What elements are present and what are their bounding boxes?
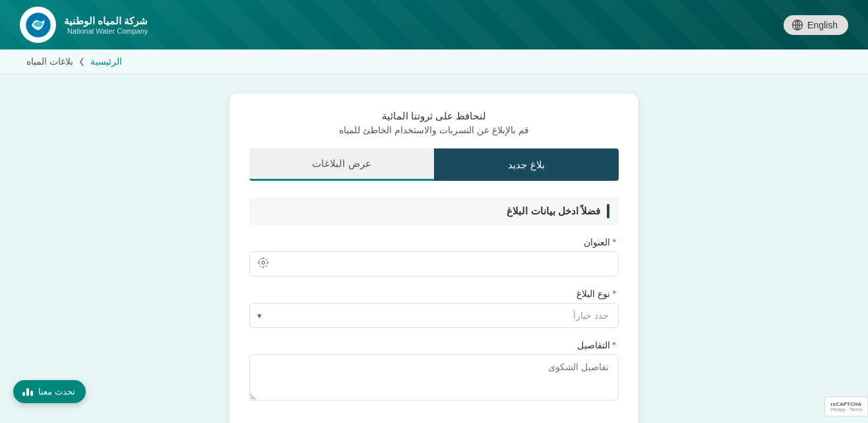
details-field-group: * التفاصيل [249, 340, 619, 403]
breadcrumb-separator: ❯ [78, 57, 85, 66]
svg-point-5 [34, 21, 42, 26]
section-title: فضلاً ادخل بيانات البلاغ [507, 205, 600, 217]
report-type-select[interactable]: حدد خياراً تسرب مياه استخدام خاطئ أخرى [249, 303, 619, 328]
logo-area: شركة المياه الوطنية National Water Compa… [20, 7, 148, 43]
recaptcha-badge: reCAPTCHA Privacy - Terms [824, 397, 868, 416]
lang-label: English [807, 20, 838, 30]
company-name: شركة المياه الوطنية National Water Compa… [64, 15, 148, 35]
header: English شركة المياه الوطنية National Wat… [0, 0, 868, 49]
tabs-container: بلاغ جديد عرض البلاغات [249, 148, 619, 181]
report-type-label-text: نوع البلاغ [576, 288, 610, 299]
chat-label: تحدث معنا [38, 387, 75, 397]
details-label: * التفاصيل [249, 340, 619, 350]
details-label-text: التفاصيل [577, 340, 610, 350]
tab-new-report[interactable]: بلاغ جديد [434, 148, 619, 181]
tagline-main: لنحافظ على ثروتنا المائية [249, 110, 619, 122]
address-required: * [613, 237, 616, 247]
report-type-field-group: * نوع البلاغ حدد خياراً تسرب مياه استخدا… [249, 288, 619, 328]
section-title-bar: فضلاً ادخل بيانات البلاغ [249, 197, 619, 225]
recaptcha-title: reCAPTCHA [830, 401, 862, 407]
recaptcha-links: Privacy - Terms [830, 407, 862, 412]
address-label-text: العنوان [584, 237, 610, 247]
address-input[interactable] [249, 251, 619, 277]
details-required: * [613, 340, 616, 350]
breadcrumb-home[interactable]: الرئيسية [90, 56, 122, 67]
company-name-ar: شركة المياه الوطنية [64, 15, 148, 27]
logo-svg [25, 12, 51, 38]
details-textarea[interactable] [249, 354, 619, 401]
address-input-wrapper [249, 251, 619, 277]
accent-bar [607, 204, 609, 218]
report-type-required: * [613, 288, 616, 299]
report-type-select-wrapper: حدد خياراً تسرب مياه استخدام خاطئ أخرى ▾ [249, 303, 619, 328]
chat-widget[interactable]: تحدث معنا [13, 380, 86, 403]
address-field-group: * العنوان [249, 237, 619, 277]
tab-view-reports[interactable]: عرض البلاغات [249, 148, 434, 181]
company-name-en: National Water Company [64, 27, 148, 35]
language-button[interactable]: English [784, 15, 848, 35]
form-card: لنحافظ على ثروتنا المائية قم بالإبلاغ عن… [230, 94, 638, 423]
breadcrumb-current: بلاغات المياه [26, 56, 73, 67]
address-label: * العنوان [249, 237, 619, 247]
svg-point-6 [262, 261, 265, 265]
chat-icon [22, 388, 33, 396]
card-header: لنحافظ على ثروتنا المائية قم بالإبلاغ عن… [249, 110, 619, 135]
breadcrumb: الرئيسية ❯ بلاغات المياه [0, 49, 868, 74]
report-type-label: * نوع البلاغ [249, 288, 619, 299]
company-logo [20, 7, 56, 43]
globe-icon [791, 19, 803, 31]
tagline-sub: قم بالإبلاغ عن التسربات والاستخدام الخاط… [249, 125, 619, 135]
svg-point-7 [259, 258, 268, 267]
main-content: لنحافظ على ثروتنا المائية قم بالإبلاغ عن… [0, 74, 868, 423]
location-icon [257, 257, 269, 271]
